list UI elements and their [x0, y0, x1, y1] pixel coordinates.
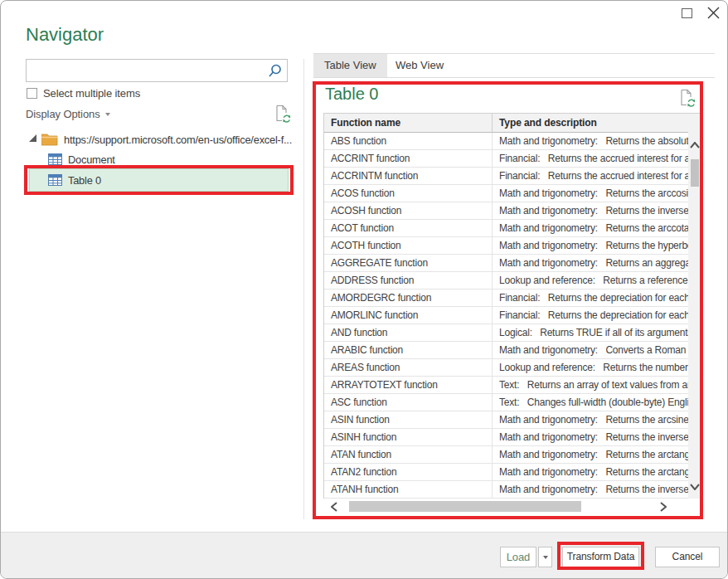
- search-input[interactable]: [30, 61, 265, 81]
- tree-root-url[interactable]: https://support.microsoft.com/en-us/offi…: [64, 134, 292, 146]
- cancel-button[interactable]: Cancel: [655, 547, 720, 567]
- chevron-down-icon: [105, 113, 110, 116]
- chevron-down-icon: [543, 556, 548, 559]
- page-title: Navigator: [26, 24, 104, 46]
- close-icon[interactable]: [707, 7, 720, 19]
- maximize-icon[interactable]: [682, 8, 692, 18]
- annotation-rect-table0: [24, 165, 294, 195]
- table-icon: [48, 153, 62, 165]
- load-dropdown-button[interactable]: [538, 547, 552, 567]
- navigator-dialog: Navigator Select multiple items Display …: [0, 0, 728, 579]
- view-tabs: Table View Web View: [313, 53, 715, 78]
- tab-table-view[interactable]: Table View: [313, 54, 387, 77]
- annotation-rect-transform: [557, 542, 644, 570]
- search-box[interactable]: [26, 59, 288, 82]
- display-options-dropdown[interactable]: Display Options: [26, 108, 100, 120]
- folder-icon: [41, 133, 58, 146]
- tree-expander-icon[interactable]: [29, 134, 37, 143]
- tree-item-document[interactable]: Document: [68, 153, 115, 166]
- refresh-document-icon[interactable]: [274, 105, 292, 124]
- search-icon[interactable]: [268, 64, 282, 78]
- load-button[interactable]: Load: [500, 547, 536, 567]
- annotation-rect-preview: [313, 81, 703, 519]
- select-multiple-label: Select multiple items: [43, 87, 140, 100]
- select-multiple-checkbox[interactable]: [27, 88, 37, 99]
- panel-divider: [303, 59, 304, 519]
- tab-web-view[interactable]: Web View: [385, 54, 454, 77]
